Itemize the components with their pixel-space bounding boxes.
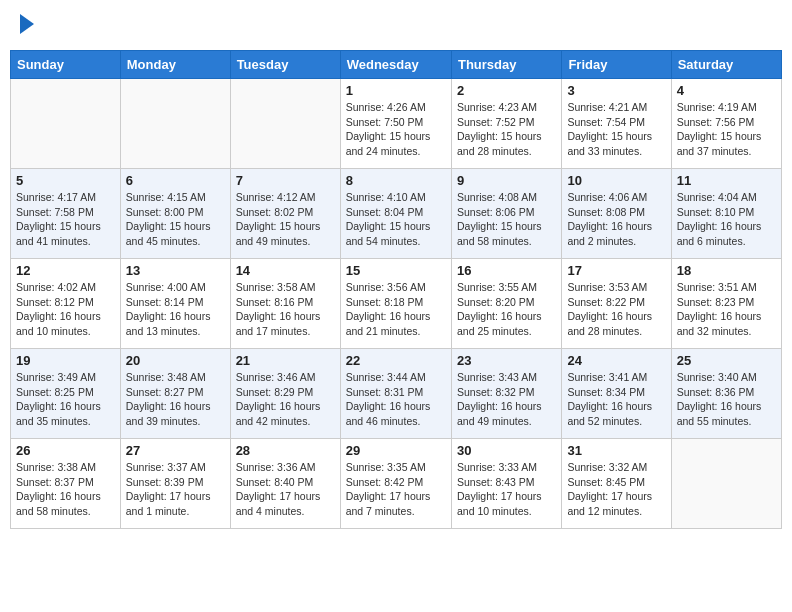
calendar-cell: 20Sunrise: 3:48 AMSunset: 8:27 PMDayligh…	[120, 349, 230, 439]
column-header-wednesday: Wednesday	[340, 51, 451, 79]
day-info: Sunrise: 3:58 AMSunset: 8:16 PMDaylight:…	[236, 280, 335, 339]
day-info: Sunrise: 3:53 AMSunset: 8:22 PMDaylight:…	[567, 280, 665, 339]
day-number: 8	[346, 173, 446, 188]
day-number: 3	[567, 83, 665, 98]
calendar-cell: 5Sunrise: 4:17 AMSunset: 7:58 PMDaylight…	[11, 169, 121, 259]
calendar-cell: 29Sunrise: 3:35 AMSunset: 8:42 PMDayligh…	[340, 439, 451, 529]
day-number: 19	[16, 353, 115, 368]
calendar-cell: 28Sunrise: 3:36 AMSunset: 8:40 PMDayligh…	[230, 439, 340, 529]
day-number: 5	[16, 173, 115, 188]
calendar-cell: 4Sunrise: 4:19 AMSunset: 7:56 PMDaylight…	[671, 79, 781, 169]
calendar-cell: 6Sunrise: 4:15 AMSunset: 8:00 PMDaylight…	[120, 169, 230, 259]
day-info: Sunrise: 3:35 AMSunset: 8:42 PMDaylight:…	[346, 460, 446, 519]
day-info: Sunrise: 4:08 AMSunset: 8:06 PMDaylight:…	[457, 190, 556, 249]
calendar-cell: 26Sunrise: 3:38 AMSunset: 8:37 PMDayligh…	[11, 439, 121, 529]
day-info: Sunrise: 3:48 AMSunset: 8:27 PMDaylight:…	[126, 370, 225, 429]
calendar-cell: 27Sunrise: 3:37 AMSunset: 8:39 PMDayligh…	[120, 439, 230, 529]
calendar-cell	[671, 439, 781, 529]
day-info: Sunrise: 4:23 AMSunset: 7:52 PMDaylight:…	[457, 100, 556, 159]
calendar-week-row: 19Sunrise: 3:49 AMSunset: 8:25 PMDayligh…	[11, 349, 782, 439]
day-info: Sunrise: 4:21 AMSunset: 7:54 PMDaylight:…	[567, 100, 665, 159]
day-info: Sunrise: 3:32 AMSunset: 8:45 PMDaylight:…	[567, 460, 665, 519]
day-number: 2	[457, 83, 556, 98]
day-number: 29	[346, 443, 446, 458]
calendar-cell: 18Sunrise: 3:51 AMSunset: 8:23 PMDayligh…	[671, 259, 781, 349]
day-number: 15	[346, 263, 446, 278]
calendar-cell: 25Sunrise: 3:40 AMSunset: 8:36 PMDayligh…	[671, 349, 781, 439]
calendar-cell: 1Sunrise: 4:26 AMSunset: 7:50 PMDaylight…	[340, 79, 451, 169]
day-info: Sunrise: 3:51 AMSunset: 8:23 PMDaylight:…	[677, 280, 776, 339]
calendar-cell: 31Sunrise: 3:32 AMSunset: 8:45 PMDayligh…	[562, 439, 671, 529]
day-info: Sunrise: 3:44 AMSunset: 8:31 PMDaylight:…	[346, 370, 446, 429]
day-info: Sunrise: 4:02 AMSunset: 8:12 PMDaylight:…	[16, 280, 115, 339]
calendar-cell: 10Sunrise: 4:06 AMSunset: 8:08 PMDayligh…	[562, 169, 671, 259]
calendar-cell: 2Sunrise: 4:23 AMSunset: 7:52 PMDaylight…	[451, 79, 561, 169]
day-number: 10	[567, 173, 665, 188]
day-number: 18	[677, 263, 776, 278]
day-info: Sunrise: 3:41 AMSunset: 8:34 PMDaylight:…	[567, 370, 665, 429]
calendar-cell: 13Sunrise: 4:00 AMSunset: 8:14 PMDayligh…	[120, 259, 230, 349]
calendar-cell: 7Sunrise: 4:12 AMSunset: 8:02 PMDaylight…	[230, 169, 340, 259]
calendar-cell: 14Sunrise: 3:58 AMSunset: 8:16 PMDayligh…	[230, 259, 340, 349]
day-info: Sunrise: 3:46 AMSunset: 8:29 PMDaylight:…	[236, 370, 335, 429]
day-info: Sunrise: 4:19 AMSunset: 7:56 PMDaylight:…	[677, 100, 776, 159]
calendar-week-row: 26Sunrise: 3:38 AMSunset: 8:37 PMDayligh…	[11, 439, 782, 529]
calendar-cell: 8Sunrise: 4:10 AMSunset: 8:04 PMDaylight…	[340, 169, 451, 259]
calendar-cell: 3Sunrise: 4:21 AMSunset: 7:54 PMDaylight…	[562, 79, 671, 169]
day-info: Sunrise: 4:15 AMSunset: 8:00 PMDaylight:…	[126, 190, 225, 249]
calendar-cell: 17Sunrise: 3:53 AMSunset: 8:22 PMDayligh…	[562, 259, 671, 349]
logo	[18, 14, 34, 38]
column-header-sunday: Sunday	[11, 51, 121, 79]
day-number: 22	[346, 353, 446, 368]
day-number: 9	[457, 173, 556, 188]
day-info: Sunrise: 3:49 AMSunset: 8:25 PMDaylight:…	[16, 370, 115, 429]
calendar-week-row: 12Sunrise: 4:02 AMSunset: 8:12 PMDayligh…	[11, 259, 782, 349]
logo-arrow-icon	[20, 14, 34, 34]
page-header	[10, 10, 782, 42]
day-number: 12	[16, 263, 115, 278]
day-info: Sunrise: 4:04 AMSunset: 8:10 PMDaylight:…	[677, 190, 776, 249]
calendar-cell: 15Sunrise: 3:56 AMSunset: 8:18 PMDayligh…	[340, 259, 451, 349]
calendar-cell	[230, 79, 340, 169]
day-info: Sunrise: 3:43 AMSunset: 8:32 PMDaylight:…	[457, 370, 556, 429]
day-info: Sunrise: 4:26 AMSunset: 7:50 PMDaylight:…	[346, 100, 446, 159]
calendar-week-row: 5Sunrise: 4:17 AMSunset: 7:58 PMDaylight…	[11, 169, 782, 259]
day-number: 28	[236, 443, 335, 458]
calendar-cell: 21Sunrise: 3:46 AMSunset: 8:29 PMDayligh…	[230, 349, 340, 439]
day-number: 25	[677, 353, 776, 368]
day-number: 16	[457, 263, 556, 278]
calendar-cell	[11, 79, 121, 169]
day-info: Sunrise: 3:38 AMSunset: 8:37 PMDaylight:…	[16, 460, 115, 519]
day-info: Sunrise: 4:17 AMSunset: 7:58 PMDaylight:…	[16, 190, 115, 249]
calendar-cell: 24Sunrise: 3:41 AMSunset: 8:34 PMDayligh…	[562, 349, 671, 439]
column-header-monday: Monday	[120, 51, 230, 79]
column-header-thursday: Thursday	[451, 51, 561, 79]
column-header-tuesday: Tuesday	[230, 51, 340, 79]
calendar-cell: 11Sunrise: 4:04 AMSunset: 8:10 PMDayligh…	[671, 169, 781, 259]
day-info: Sunrise: 3:33 AMSunset: 8:43 PMDaylight:…	[457, 460, 556, 519]
day-number: 24	[567, 353, 665, 368]
column-header-friday: Friday	[562, 51, 671, 79]
day-number: 13	[126, 263, 225, 278]
column-header-saturday: Saturday	[671, 51, 781, 79]
day-number: 6	[126, 173, 225, 188]
day-info: Sunrise: 3:56 AMSunset: 8:18 PMDaylight:…	[346, 280, 446, 339]
calendar-header-row: SundayMondayTuesdayWednesdayThursdayFrid…	[11, 51, 782, 79]
calendar-week-row: 1Sunrise: 4:26 AMSunset: 7:50 PMDaylight…	[11, 79, 782, 169]
day-number: 30	[457, 443, 556, 458]
day-number: 31	[567, 443, 665, 458]
day-number: 23	[457, 353, 556, 368]
day-info: Sunrise: 4:06 AMSunset: 8:08 PMDaylight:…	[567, 190, 665, 249]
day-info: Sunrise: 3:36 AMSunset: 8:40 PMDaylight:…	[236, 460, 335, 519]
calendar-cell	[120, 79, 230, 169]
day-number: 17	[567, 263, 665, 278]
day-info: Sunrise: 3:55 AMSunset: 8:20 PMDaylight:…	[457, 280, 556, 339]
day-info: Sunrise: 4:10 AMSunset: 8:04 PMDaylight:…	[346, 190, 446, 249]
calendar-cell: 9Sunrise: 4:08 AMSunset: 8:06 PMDaylight…	[451, 169, 561, 259]
calendar-cell: 16Sunrise: 3:55 AMSunset: 8:20 PMDayligh…	[451, 259, 561, 349]
day-number: 11	[677, 173, 776, 188]
calendar-cell: 12Sunrise: 4:02 AMSunset: 8:12 PMDayligh…	[11, 259, 121, 349]
calendar-cell: 23Sunrise: 3:43 AMSunset: 8:32 PMDayligh…	[451, 349, 561, 439]
day-info: Sunrise: 3:40 AMSunset: 8:36 PMDaylight:…	[677, 370, 776, 429]
calendar-cell: 30Sunrise: 3:33 AMSunset: 8:43 PMDayligh…	[451, 439, 561, 529]
